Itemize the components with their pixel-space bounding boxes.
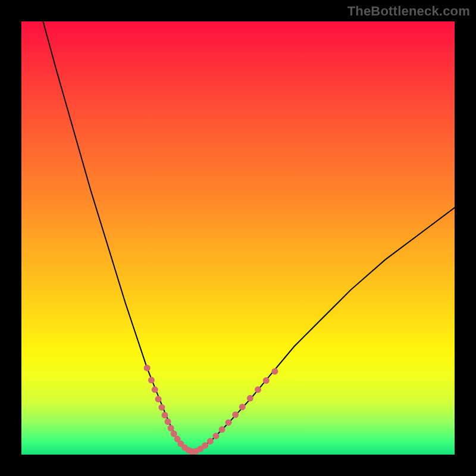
data-point (148, 377, 155, 383)
data-point (232, 412, 239, 418)
data-point (271, 368, 278, 375)
dots-group (144, 365, 278, 455)
data-point (263, 377, 270, 384)
data-point (152, 386, 158, 393)
data-point (165, 418, 171, 425)
plot-area (21, 21, 455, 455)
data-point (255, 386, 261, 393)
data-point (207, 438, 214, 444)
data-point (219, 426, 226, 433)
data-point (155, 396, 162, 402)
data-point (239, 403, 246, 410)
curve-layer (21, 21, 455, 455)
data-point (212, 433, 219, 439)
data-point (144, 365, 151, 371)
data-point (225, 419, 231, 426)
data-point (168, 425, 174, 431)
watermark-text: TheBottleneck.com (347, 4, 470, 19)
data-point (161, 412, 168, 418)
data-point (247, 395, 253, 402)
chart-frame: TheBottleneck.com (0, 0, 476, 476)
data-point (202, 442, 208, 449)
bottleneck-curve (43, 21, 455, 452)
data-point (158, 404, 165, 411)
